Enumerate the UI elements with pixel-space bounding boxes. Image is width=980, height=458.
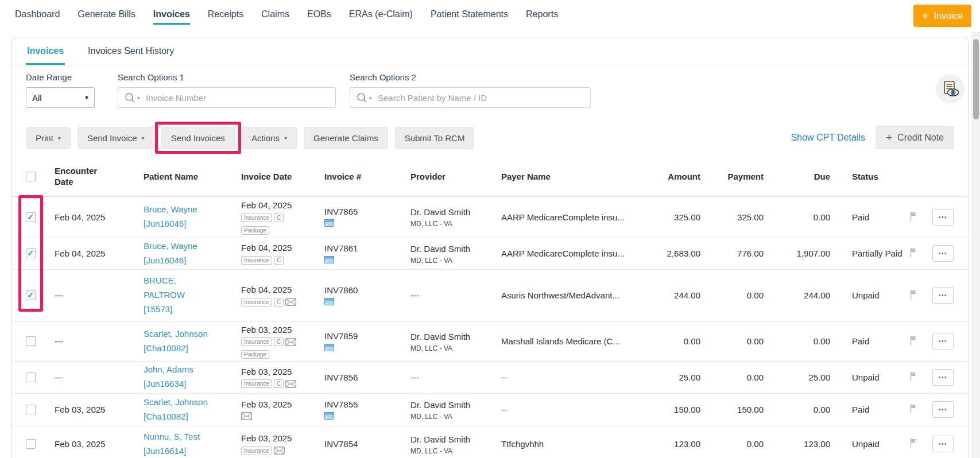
new-invoice-button[interactable]: + Invoice <box>913 5 971 27</box>
payer-name: AARP MedicareComplete insu... <box>493 196 631 238</box>
row-actions-button[interactable]: ••• <box>932 245 954 262</box>
payer-name: -- <box>493 393 631 426</box>
date-range-label: Date Range <box>26 72 118 82</box>
provider-name: Dr. David Smith <box>410 433 493 445</box>
flag-icon[interactable] <box>909 211 917 223</box>
invoice-audit-log-button[interactable] <box>936 75 964 103</box>
nav-item-invoices[interactable]: Invoices <box>153 0 190 25</box>
table-row: --- Scarlet, Johnson[Cha10082] Feb 03, 2… <box>12 321 968 361</box>
amount: 25.00 <box>631 361 703 393</box>
search-options-1-label: Search Options 1 <box>118 72 350 82</box>
invoice-number-input[interactable] <box>146 88 331 107</box>
insurance-badge: Insurance <box>241 337 272 346</box>
row-checkbox[interactable] <box>26 439 36 449</box>
nav-item-generate-bills[interactable]: Generate Bills <box>78 0 135 25</box>
provider-sub: MD, LLC - VA <box>410 413 493 421</box>
header-payment: Payment <box>703 157 766 196</box>
package-badge: Package <box>241 226 269 235</box>
row-actions-button[interactable]: ••• <box>932 333 954 350</box>
send-invoices-button[interactable]: Send Invoices <box>161 127 235 149</box>
row-checkbox[interactable]: ✓ <box>26 249 36 258</box>
patient-link[interactable]: Bruce, Wayne[Jun16046] <box>144 203 197 231</box>
nav-item-patient-statements[interactable]: Patient Statements <box>431 0 508 25</box>
nav-item-eobs[interactable]: EOBs <box>307 0 331 25</box>
show-cpt-details-link[interactable]: Show CPT Details <box>791 133 865 143</box>
payment-card-icon <box>324 344 334 351</box>
row-checkbox[interactable] <box>26 372 36 382</box>
chevron-down-icon: ▾ <box>142 135 145 141</box>
provider-sub: MD, LLC - VA <box>410 447 493 455</box>
ellipsis-icon: ••• <box>939 374 947 381</box>
row-actions-button[interactable]: ••• <box>932 369 954 386</box>
ellipsis-icon: ••• <box>939 406 947 413</box>
due: 123.00 <box>766 426 840 458</box>
ellipsis-icon: ••• <box>939 214 947 220</box>
tab-invoices-sent-history[interactable]: Invoices Sent History <box>87 37 175 65</box>
actions-button[interactable]: Actions ▾ <box>242 127 297 149</box>
nav-item-eras[interactable]: ERAs (e-Claim) <box>349 0 413 25</box>
status: Paid <box>840 321 909 361</box>
vertical-scrollbar-thumb[interactable] <box>973 39 979 119</box>
credit-note-button[interactable]: + Credit Note <box>876 126 954 149</box>
row-checkbox[interactable]: ✓ <box>26 290 36 300</box>
payment-card-icon <box>324 298 334 305</box>
nav-item-claims[interactable]: Claims <box>261 0 289 25</box>
nav-item-receipts[interactable]: Receipts <box>208 0 243 25</box>
header-payer-name: Payer Name <box>493 157 631 196</box>
flag-icon[interactable] <box>909 289 917 301</box>
c-badge: C <box>274 337 284 346</box>
amount: 325.00 <box>631 196 703 238</box>
row-actions-button[interactable]: ••• <box>932 209 954 226</box>
patient-search-input[interactable] <box>378 88 586 107</box>
print-button[interactable]: Print ▾ <box>26 127 71 149</box>
filters-bar: Date Range All ▾ Search Options 1 ▾ Sear… <box>12 65 968 117</box>
payer-name: Ttfchgvhhh <box>493 426 631 458</box>
patient-link[interactable]: Scarlet, Johnson[Cha10082] <box>144 395 208 424</box>
vertical-scrollbar-track[interactable] <box>971 32 980 458</box>
patient-link[interactable]: Bruce, Wayne[Jun16046] <box>144 239 197 268</box>
invoice-number: INV7855 <box>324 398 402 410</box>
row-actions-button[interactable]: ••• <box>932 401 954 418</box>
patient-link[interactable]: BRUCE, PALTROW[15573] <box>144 274 216 316</box>
table-row: Feb 03, 2025 Scarlet, Johnson[Cha10082] … <box>12 393 968 426</box>
payment: 0.00 <box>703 361 766 393</box>
send-invoice-button[interactable]: Send Invoice ▾ <box>78 127 154 149</box>
flag-icon[interactable] <box>909 335 917 347</box>
row-checkbox[interactable]: ✓ <box>26 212 36 222</box>
row-actions-button[interactable]: ••• <box>932 287 954 304</box>
generate-claims-button[interactable]: Generate Claims <box>304 127 388 149</box>
tab-invoices[interactable]: Invoices <box>26 37 65 65</box>
flag-icon[interactable] <box>909 371 917 383</box>
invoice-number: INV7860 <box>324 284 402 296</box>
row-checkbox[interactable] <box>26 336 36 346</box>
insurance-badge: Insurance <box>241 447 272 455</box>
flag-icon[interactable] <box>909 247 917 259</box>
print-label: Print <box>36 133 53 143</box>
submit-to-rcm-button[interactable]: Submit To RCM <box>395 127 475 149</box>
row-checkbox[interactable] <box>26 405 36 414</box>
plus-icon: + <box>922 10 929 22</box>
nav-item-reports[interactable]: Reports <box>526 0 558 25</box>
submit-to-rcm-label: Submit To RCM <box>405 133 465 143</box>
patient-link[interactable]: John, Adams[Jun16634] <box>144 363 193 391</box>
patient-link[interactable]: Nunnu, S, Test[Jun16614] <box>144 430 200 458</box>
due: 0.00 <box>766 196 840 238</box>
status: Unpaid <box>840 426 909 458</box>
row-actions-button[interactable]: ••• <box>932 436 954 452</box>
provider-name: Dr. David Smith <box>410 399 493 411</box>
select-all-checkbox[interactable] <box>26 172 36 181</box>
payment: 0.00 <box>703 269 766 321</box>
c-badge: C <box>274 298 284 306</box>
flag-icon[interactable] <box>909 403 917 416</box>
patient-link[interactable]: Scarlet, Johnson[Cha10082] <box>144 327 208 356</box>
nav-items: Dashboard Generate Bills Invoices Receip… <box>15 0 576 25</box>
date-range-select[interactable]: All ▾ <box>26 87 95 108</box>
provider-name: --- <box>410 371 493 383</box>
flag-icon[interactable] <box>909 438 917 450</box>
search-options-1-group: Search Options 1 ▾ <box>118 72 350 108</box>
ellipsis-icon: ••• <box>939 338 947 344</box>
nav-item-dashboard[interactable]: Dashboard <box>15 0 60 25</box>
provider-name: Dr. David Smith <box>410 243 493 255</box>
table-row: ✓ Feb 04, 2025 Bruce, Wayne[Jun16046] Fe… <box>12 238 968 269</box>
date-range-value: All <box>32 93 42 103</box>
